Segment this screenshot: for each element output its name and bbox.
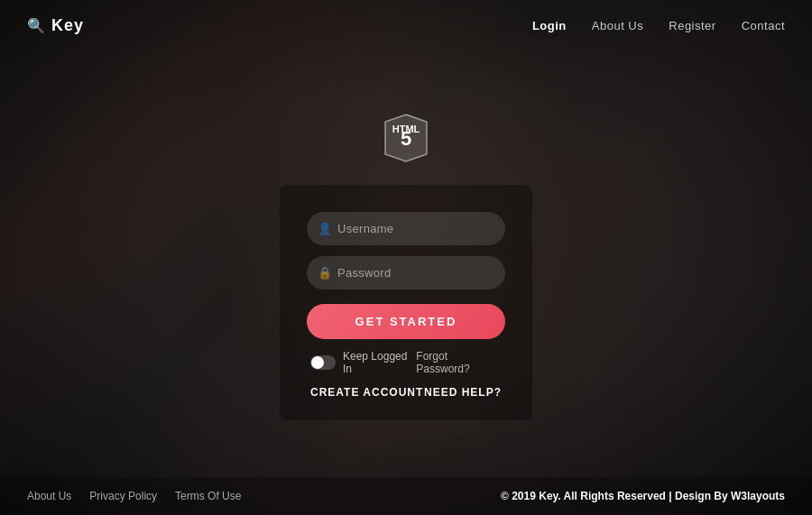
html5-badge: 5 HTML <box>383 113 429 163</box>
nav-login[interactable]: Login <box>532 19 567 32</box>
keep-logged-group: Keep Logged In <box>310 350 416 375</box>
toggle-knob <box>311 356 324 369</box>
main-content: 5 HTML 👤 🔒 GET STARTED Keep Logged In Fo… <box>0 0 812 515</box>
username-group: 👤 <box>307 212 505 245</box>
svg-text:HTML: HTML <box>392 124 420 134</box>
footer: About Us Privacy Policy Terms Of Use © 2… <box>0 477 812 515</box>
login-card: 👤 🔒 GET STARTED Keep Logged In Forgot Pa… <box>280 185 532 420</box>
username-input[interactable] <box>307 212 505 245</box>
logo[interactable]: 🔍 Key <box>27 16 84 35</box>
footer-terms[interactable]: Terms Of Use <box>175 490 241 502</box>
lock-icon: 🔒 <box>318 266 332 280</box>
nav-about[interactable]: About Us <box>592 19 643 32</box>
get-started-button[interactable]: GET STARTED <box>307 304 505 339</box>
footer-privacy[interactable]: Privacy Policy <box>89 490 157 502</box>
forgot-password-link[interactable]: Forgot Password? <box>416 350 502 375</box>
navbar: 🔍 Key Login About Us Register Contact <box>0 0 812 51</box>
user-icon: 👤 <box>318 222 332 235</box>
action-row: CREATE ACCOUNT NEED HELP? <box>307 386 505 399</box>
footer-links: About Us Privacy Policy Terms Of Use <box>27 490 241 502</box>
footer-about[interactable]: About Us <box>27 490 71 502</box>
password-input[interactable] <box>307 256 505 290</box>
nav-register[interactable]: Register <box>669 19 715 32</box>
need-help-link[interactable]: NEED HELP? <box>424 386 502 399</box>
logo-icon: 🔍 <box>27 17 46 34</box>
nav-links: Login About Us Register Contact <box>532 19 785 32</box>
footer-copyright: © 2019 Key. All Rights Reserved | Design… <box>501 490 785 502</box>
nav-contact[interactable]: Contact <box>742 19 785 32</box>
options-row: Keep Logged In Forgot Password? <box>307 350 505 375</box>
create-account-link[interactable]: CREATE ACCOUNT <box>310 386 423 399</box>
keep-logged-label: Keep Logged In <box>343 350 416 375</box>
html5-icon: 5 HTML <box>383 113 429 163</box>
logo-text: Key <box>51 16 84 35</box>
password-group: 🔒 <box>307 256 505 290</box>
keep-logged-toggle[interactable] <box>310 355 336 370</box>
